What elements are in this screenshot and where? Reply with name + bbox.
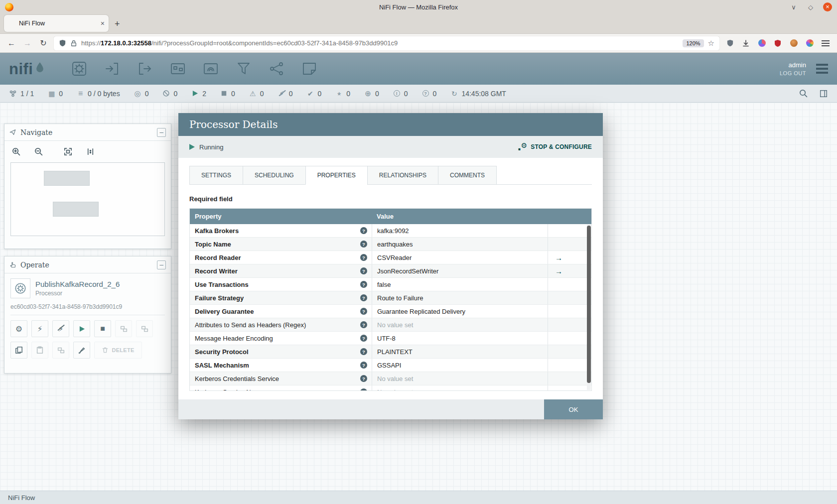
logout-link[interactable]: LOG OUT bbox=[780, 70, 806, 76]
stop-button[interactable]: ■ bbox=[94, 320, 111, 337]
property-row[interactable]: SASL Mechanism?GSSAPI bbox=[190, 359, 591, 372]
help-icon[interactable]: ? bbox=[360, 227, 367, 234]
tab-settings[interactable]: SETTINGS bbox=[189, 166, 243, 185]
stop-configure-button[interactable]: ⚙■ STOP & CONFIGURE bbox=[518, 143, 592, 151]
help-icon[interactable]: ? bbox=[360, 254, 367, 261]
collapse-operate-button[interactable]: − bbox=[157, 260, 166, 269]
tab-relationships[interactable]: RELATIONSHIPS bbox=[367, 166, 438, 185]
enable-button[interactable]: ⚡ bbox=[31, 320, 48, 337]
property-row[interactable]: Attributes to Send as Headers (Regex)?No… bbox=[190, 318, 591, 332]
dialog-body: SETTINGSSCHEDULINGPROPERTIESRELATIONSHIP… bbox=[178, 158, 603, 399]
property-name: Attributes to Send as Headers (Regex) bbox=[195, 321, 360, 329]
search-icon[interactable] bbox=[799, 89, 808, 98]
property-row[interactable]: Kafka Brokers?kafka:9092 bbox=[190, 224, 591, 238]
configure-button[interactable]: ⚙ bbox=[10, 320, 27, 337]
birdseye-minimap[interactable] bbox=[10, 162, 165, 236]
template-icon[interactable] bbox=[269, 61, 284, 77]
account-avatar-icon[interactable] bbox=[756, 38, 767, 49]
property-row[interactable]: Record Reader?CSVReader→ bbox=[190, 251, 591, 264]
processor-icon[interactable] bbox=[71, 61, 87, 77]
help-icon[interactable]: ? bbox=[360, 267, 367, 274]
app-menu-button[interactable] bbox=[820, 38, 831, 49]
extension-shield-icon[interactable] bbox=[724, 38, 735, 49]
delete-button[interactable]: DELETE bbox=[94, 342, 142, 359]
property-row[interactable]: Failure Strategy?Route to Failure bbox=[190, 291, 591, 305]
minimize-icon[interactable]: ∨ bbox=[789, 3, 798, 11]
zoom-out-icon[interactable] bbox=[34, 147, 43, 156]
breadcrumb[interactable]: NiFi Flow bbox=[8, 494, 35, 502]
panel-toggle-icon[interactable] bbox=[819, 89, 828, 98]
property-row[interactable]: Kerberos Credentials Service?No value se… bbox=[190, 372, 591, 385]
downloads-icon[interactable] bbox=[740, 38, 751, 49]
navigate-panel-title: Navigate bbox=[20, 128, 52, 136]
disable-button[interactable]: ⚡ bbox=[52, 320, 69, 337]
property-row[interactable]: Use Transactions?false bbox=[190, 278, 591, 291]
property-name: Security Protocol bbox=[195, 348, 360, 356]
tab-comments[interactable]: COMMENTS bbox=[438, 166, 497, 185]
ublock-icon[interactable] bbox=[772, 38, 783, 49]
zoom-fit-icon[interactable] bbox=[63, 147, 73, 156]
property-row[interactable]: Message Header Encoding?UTF-8 bbox=[190, 332, 591, 345]
extension-avatar-icon[interactable] bbox=[788, 38, 799, 49]
goto-cell[interactable]: → bbox=[548, 264, 591, 277]
label-icon[interactable] bbox=[301, 61, 317, 77]
tab-scheduling[interactable]: SCHEDULING bbox=[243, 166, 306, 185]
help-icon[interactable]: ? bbox=[360, 241, 367, 248]
forward-button[interactable]: → bbox=[22, 39, 33, 48]
table-scrollbar[interactable] bbox=[587, 225, 591, 390]
status-count: 0 / 0 bytes bbox=[88, 90, 120, 98]
change-color-button[interactable] bbox=[73, 342, 90, 359]
property-row[interactable]: Kerberos Service Name?No value set bbox=[190, 385, 591, 390]
property-row[interactable]: Security Protocol?PLAINTEXT bbox=[190, 345, 591, 359]
collapse-navigate-button[interactable]: − bbox=[157, 128, 166, 137]
help-icon[interactable]: ? bbox=[360, 281, 367, 288]
tab-properties[interactable]: PROPERTIES bbox=[305, 166, 368, 185]
ok-button[interactable]: OK bbox=[544, 399, 603, 419]
goto-cell[interactable]: → bbox=[548, 251, 591, 264]
property-row[interactable]: Topic Name?earthquakes bbox=[190, 238, 591, 251]
restore-icon[interactable]: ◇ bbox=[806, 3, 815, 11]
copy-button[interactable] bbox=[10, 342, 27, 359]
goto-cell bbox=[548, 332, 591, 345]
funnel-icon[interactable] bbox=[236, 61, 252, 77]
remote-process-group-icon[interactable] bbox=[203, 61, 219, 77]
new-tab-button[interactable]: + bbox=[115, 19, 120, 29]
close-icon[interactable]: × bbox=[823, 2, 832, 11]
lock-icon[interactable] bbox=[70, 40, 77, 47]
zoom-level-badge[interactable]: 120% bbox=[683, 39, 703, 47]
process-group-icon[interactable] bbox=[170, 61, 186, 77]
paste-button[interactable] bbox=[31, 342, 48, 359]
url-bar[interactable]: https://172.18.0.3:32558/nifi/?processGr… bbox=[54, 36, 719, 50]
reload-button[interactable]: ↻ bbox=[38, 38, 49, 48]
align-button[interactable] bbox=[52, 342, 69, 359]
status-up-to-date: ✔0 bbox=[306, 90, 321, 98]
refresh-icon[interactable]: ↻ bbox=[450, 90, 458, 98]
back-button[interactable]: ← bbox=[6, 39, 17, 48]
ungroup-button[interactable] bbox=[136, 320, 153, 337]
help-icon[interactable]: ? bbox=[360, 294, 367, 301]
input-port-icon[interactable] bbox=[104, 61, 120, 77]
zoom-in-icon[interactable] bbox=[11, 147, 21, 156]
help-icon[interactable]: ? bbox=[360, 335, 367, 342]
containers-icon[interactable] bbox=[804, 38, 815, 49]
status-last-refresh[interactable]: ↻ 14:45:08 GMT bbox=[450, 90, 506, 98]
help-icon[interactable]: ? bbox=[360, 362, 367, 369]
start-button[interactable] bbox=[73, 320, 90, 337]
help-icon[interactable]: ? bbox=[360, 375, 367, 382]
output-port-icon[interactable] bbox=[137, 61, 153, 77]
tracking-shield-icon[interactable] bbox=[59, 39, 66, 47]
browser-tab[interactable]: NiFi Flow × bbox=[4, 15, 109, 32]
bookmark-star-icon[interactable]: ☆ bbox=[708, 39, 714, 48]
property-row[interactable]: Delivery Guarantee?Guarantee Replicated … bbox=[190, 305, 591, 318]
property-row[interactable]: Record Writer?JsonRecordSetWriter→ bbox=[190, 264, 591, 278]
actual-size-icon[interactable] bbox=[86, 147, 95, 156]
tab-close-icon[interactable]: × bbox=[101, 19, 105, 27]
help-icon[interactable]: ? bbox=[360, 388, 367, 390]
scrollbar-thumb[interactable] bbox=[587, 226, 591, 383]
help-icon[interactable]: ? bbox=[360, 308, 367, 315]
help-icon[interactable]: ? bbox=[360, 348, 367, 355]
help-icon[interactable]: ? bbox=[360, 321, 367, 328]
global-menu-button[interactable] bbox=[816, 68, 828, 70]
group-button[interactable] bbox=[115, 320, 132, 337]
goto-cell bbox=[548, 305, 591, 318]
